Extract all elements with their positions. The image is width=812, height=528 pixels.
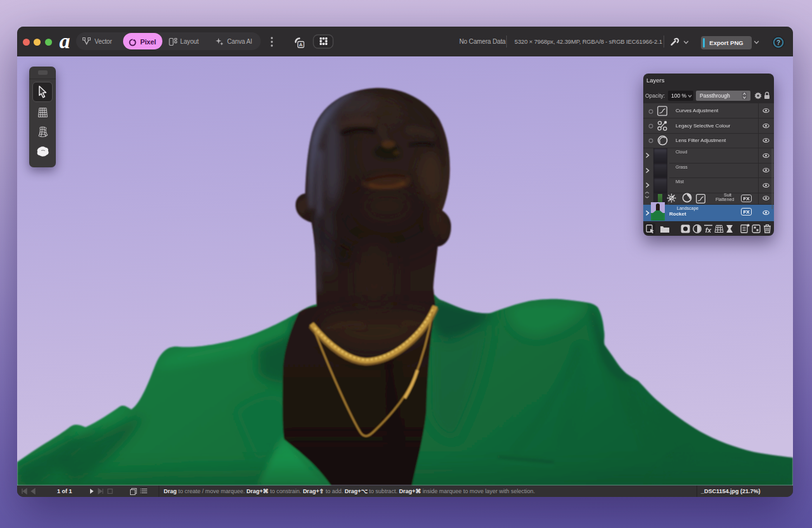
svg-text:?: ? (776, 39, 780, 46)
svg-text:fx: fx (705, 226, 712, 234)
svg-text:a: a (60, 31, 70, 51)
svg-text:A: A (299, 42, 303, 48)
